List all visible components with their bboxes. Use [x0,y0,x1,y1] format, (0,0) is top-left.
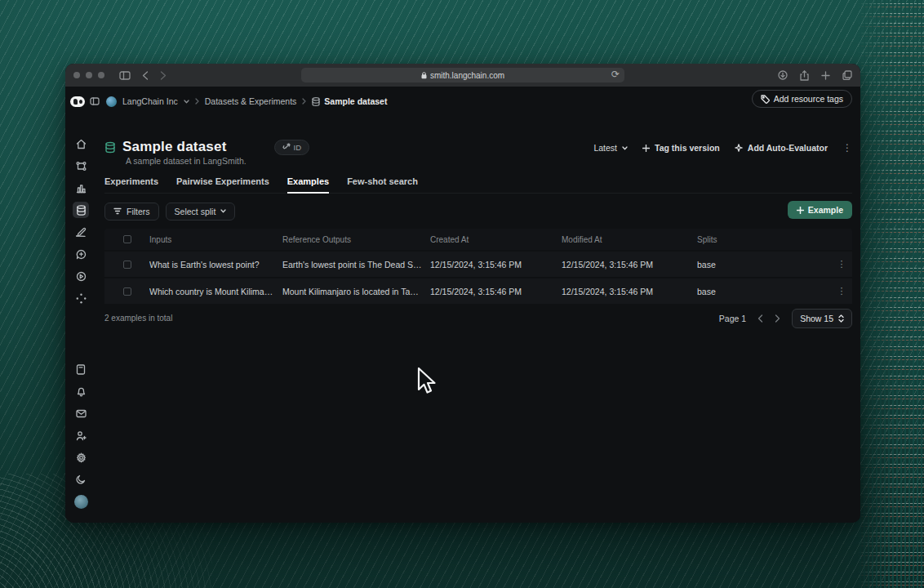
back-button[interactable] [142,71,149,80]
share-icon[interactable] [800,70,809,81]
bell-icon [76,386,87,397]
column-header-created-at[interactable]: Created At [430,235,562,244]
background-guilloche-right [857,0,924,588]
langsmith-app: LangChain Inc Datasets & Experiments Sam… [65,87,860,523]
sidebar-item-home[interactable] [73,136,89,152]
minimize-window-button[interactable] [86,72,92,78]
cell-modified-at: 12/15/2024, 3:15:46 PM [562,287,697,296]
breadcrumb-section[interactable]: Datasets & Experiments [205,96,297,106]
examples-toolbar: Filters Select split Example [104,202,852,220]
table-footer: 2 examples in total Page 1 Show 15 [104,309,852,328]
tab-pairwise-experiments[interactable]: Pairwise Experiments [176,176,269,194]
add-example-label: Example [808,205,843,215]
sidebar-item-notifications[interactable] [73,383,89,399]
new-tab-icon[interactable] [821,71,830,80]
browser-chrome: smith.langchain.com ⟳ [65,64,860,87]
sidebar-item-settings[interactable] [73,449,89,466]
breadcrumb-separator-icon [195,98,199,105]
sidebar-item-tracing[interactable] [73,158,89,174]
pen-icon [76,227,87,238]
examples-table: Inputs Reference Outputs Created At Modi… [104,229,852,304]
reload-icon[interactable]: ⟳ [611,69,620,80]
select-split-label: Select split [175,207,216,216]
tab-overview-icon[interactable] [842,70,852,80]
page-title: Sample dataset [122,139,227,155]
up-down-chevrons-icon [838,314,844,323]
sidebar-item-annotation-queues[interactable] [73,224,89,240]
breadcrumb-separator-icon [302,98,306,105]
page-subtitle: A sample dataset in LangSmith. [126,156,247,166]
select-split-dropdown[interactable]: Select split [166,203,236,220]
dataset-overflow-menu[interactable]: ⋮ [842,142,852,154]
next-page-button[interactable] [775,314,780,323]
tab-examples[interactable]: Examples [287,176,329,194]
link-icon [282,143,291,151]
column-header-reference-outputs[interactable]: Reference Outputs [282,235,430,244]
version-selector-label: Latest [593,143,617,153]
add-example-button[interactable]: Example [788,201,852,219]
plus-icon [797,207,804,214]
lock-icon [421,72,427,79]
sidebar-item-prompts[interactable] [73,246,89,262]
dataset-id-pill[interactable]: ID [274,140,310,155]
tab-few-shot-search[interactable]: Few-shot search [347,176,418,194]
downloads-icon[interactable] [778,70,788,80]
row-checkbox[interactable] [123,261,131,269]
chevron-down-icon [220,209,226,213]
select-all-checkbox[interactable] [123,235,131,243]
table-row[interactable]: Which country is Mount Kilimanjaro... Mo… [104,278,852,304]
dataset-id-label: ID [294,143,302,152]
breadcrumb-current[interactable]: Sample dataset [312,96,387,106]
add-resource-tags-button[interactable]: Add resource tags [752,90,852,108]
breadcrumb-org[interactable]: LangChain Inc [122,96,178,106]
page-size-selector[interactable]: Show 15 [792,309,852,328]
tag-version-label: Tag this version [655,143,720,153]
table-row[interactable]: What is Earth's lowest point? Earth's lo… [104,252,852,277]
add-auto-evaluator-button[interactable]: Add Auto-Evaluator [735,143,828,153]
page-size-label: Show 15 [800,314,833,323]
sidebar-toggle-icon[interactable] [119,71,131,80]
sidebar-item-mail[interactable] [73,405,89,421]
column-header-modified-at[interactable]: Modified At [562,235,697,244]
sidebar-item-playground[interactable] [73,268,89,284]
previous-page-button[interactable] [757,314,763,323]
row-checkbox[interactable] [123,287,131,296]
version-selector[interactable]: Latest [593,143,628,153]
move-dots-icon [76,293,87,304]
sidebar-user-avatar[interactable] [73,493,89,510]
sidebar-item-invite-user[interactable] [73,427,89,443]
zoom-window-button[interactable] [98,72,104,78]
address-bar[interactable]: smith.langchain.com ⟳ [301,68,624,82]
cell-created-at: 12/15/2024, 3:15:46 PM [430,287,562,296]
moon-icon [76,474,86,484]
app-header: LangChain Inc Datasets & Experiments Sam… [65,91,860,111]
filters-button[interactable]: Filters [104,203,159,220]
sidebar-item-monitoring[interactable] [73,180,89,196]
sidebar-item-theme-toggle[interactable] [73,471,89,488]
sidebar-item-deployments[interactable] [73,290,89,306]
tab-experiments[interactable]: Experiments [104,176,158,194]
add-auto-evaluator-label: Add Auto-Evaluator [748,143,828,153]
gear-icon [76,452,87,463]
docs-icon [76,364,86,375]
filters-label: Filters [127,207,150,216]
row-overflow-menu[interactable]: ⋮ [831,259,852,270]
row-overflow-menu[interactable]: ⋮ [831,286,852,296]
org-switcher-chevron-icon[interactable] [184,100,189,104]
close-window-button[interactable] [73,72,80,78]
traffic-lights[interactable] [73,72,104,78]
sidebar-item-docs[interactable] [73,361,89,377]
sidebar-item-datasets[interactable] [73,202,89,218]
filter-icon [113,207,122,215]
sidebar-nav [72,136,90,312]
column-header-inputs[interactable]: Inputs [149,235,282,244]
page-indicator: Page 1 [719,314,746,323]
column-header-splits[interactable]: Splits [697,235,831,244]
sidebar-bottom-nav [72,361,90,510]
collapse-sidebar-icon[interactable] [90,97,100,105]
bar-chart-icon [76,183,87,194]
tag-version-button[interactable]: Tag this version [642,143,720,153]
add-resource-tags-label: Add resource tags [774,94,843,104]
chat-bubble-icon [76,249,87,260]
forward-button[interactable] [160,71,167,80]
